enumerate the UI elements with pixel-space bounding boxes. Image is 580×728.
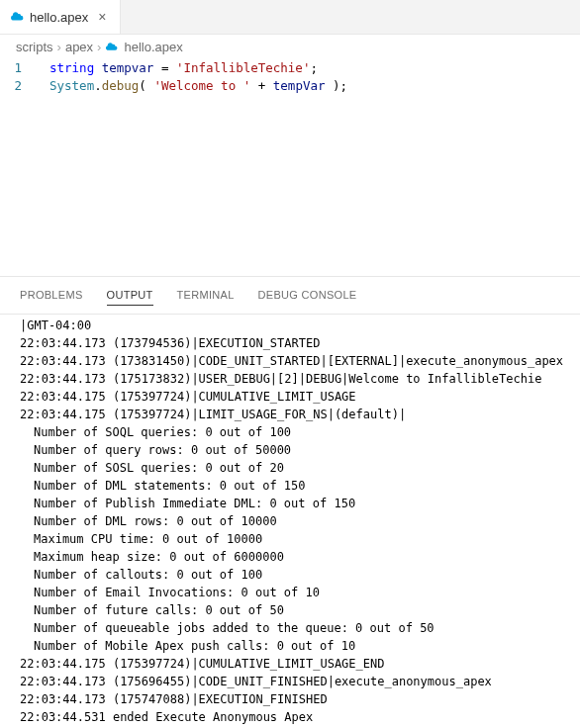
tab-hello-apex[interactable]: hello.apex × [0,0,121,34]
tab-terminal[interactable]: TERMINAL [177,285,235,306]
close-icon[interactable]: × [94,9,110,25]
tab-label: hello.apex [30,10,88,25]
code-editor[interactable]: 1string tempvar = 'InfallibleTechie';2Sy… [0,59,580,95]
breadcrumb-item[interactable]: apex [65,40,93,54]
tab-output[interactable]: OUTPUT [107,285,153,306]
breadcrumb-item[interactable]: hello.apex [124,40,182,54]
tab-bar: hello.apex × [0,0,580,35]
line-number: 1 [0,59,40,77]
output-line: 22:03:44.175 (175397724)|CUMULATIVE_LIMI… [20,655,560,673]
output-line: 22:03:44.173 (175696455)|CODE_UNIT_FINIS… [20,673,560,690]
output-line: Number of query rows: 0 out of 50000 [20,441,560,459]
output-line: Maximum heap size: 0 out of 6000000 [20,548,560,566]
chevron-right-icon: › [97,40,101,54]
editor-line[interactable]: 1string tempvar = 'InfallibleTechie'; [0,59,580,77]
code-content[interactable]: System.debug( 'Welcome to ' + tempVar ); [40,77,347,95]
output-line: 22:03:44.175 (175397724)|LIMIT_USAGE_FOR… [20,406,560,423]
output-line: |GMT-04:00 [20,317,560,334]
chevron-right-icon: › [57,40,61,54]
output-line: Number of callouts: 0 out of 100 [20,566,560,584]
output-line: 22:03:44.175 (175397724)|CUMULATIVE_LIMI… [20,388,560,406]
output-line: 22:03:44.173 (173794536)|EXECUTION_START… [20,334,560,352]
output-line: Number of SOSL queries: 0 out of 20 [20,459,560,477]
editor-line[interactable]: 2System.debug( 'Welcome to ' + tempVar )… [0,77,580,95]
output-line: Number of Email Invocations: 0 out of 10 [20,584,560,601]
output-line: Number of future calls: 0 out of 50 [20,601,560,619]
output-line: 22:03:44.531 ended Execute Anonymous Ape… [20,708,560,726]
output-line: 22:03:44.173 (175747088)|EXECUTION_FINIS… [20,690,560,708]
output-line: Number of queueable jobs added to the qu… [20,619,560,637]
breadcrumb-item[interactable]: scripts [16,40,53,54]
output-line: Number of Publish Immediate DML: 0 out o… [20,495,560,512]
output-line: Maximum CPU time: 0 out of 10000 [20,530,560,548]
editor-empty-area[interactable] [0,95,580,276]
code-content[interactable]: string tempvar = 'InfallibleTechie'; [40,59,318,77]
output-line: 22:03:44.173 (173831450)|CODE_UNIT_START… [20,352,560,370]
line-number: 2 [0,77,40,95]
tab-problems[interactable]: PROBLEMS [20,285,83,306]
output-line: Number of DML rows: 0 out of 10000 [20,512,560,530]
tab-debug-console[interactable]: DEBUG CONSOLE [258,285,357,306]
panel-tab-bar: PROBLEMS OUTPUT TERMINAL DEBUG CONSOLE [0,276,580,315]
output-line: Number of DML statements: 0 out of 150 [20,477,560,495]
cloud-icon [105,40,118,54]
output-line: Number of Mobile Apex push calls: 0 out … [20,637,560,655]
output-panel[interactable]: |GMT-04:0022:03:44.173 (173794536)|EXECU… [0,315,580,728]
output-line: 22:03:44.173 (175173832)|USER_DEBUG|[2]|… [20,370,560,388]
breadcrumb: scripts › apex › hello.apex [0,35,580,59]
cloud-icon [10,10,24,25]
output-line: Number of SOQL queries: 0 out of 100 [20,423,560,441]
